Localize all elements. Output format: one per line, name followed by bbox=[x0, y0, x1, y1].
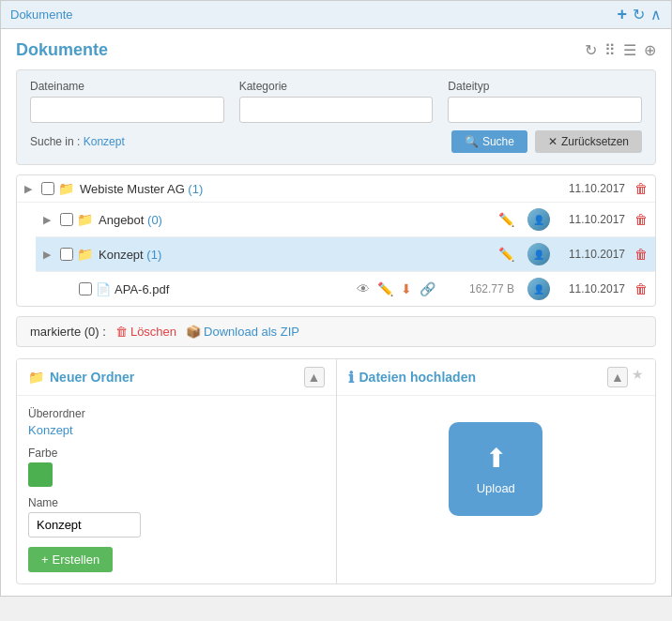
columns-icon[interactable]: ⠿ bbox=[604, 41, 616, 59]
dateityp-label: Dateityp bbox=[448, 80, 642, 93]
refresh-header-icon[interactable]: ↻ bbox=[585, 41, 597, 59]
create-button[interactable]: + Erstellen bbox=[28, 547, 113, 572]
folder-icon: 📁 bbox=[77, 212, 93, 227]
filter-row: Dateiname Kategorie Dateityp bbox=[30, 80, 642, 123]
tree-date: 11.10.2017 bbox=[559, 248, 625, 261]
panel-left-body: Überordner Konzept Farbe Name + Erstelle… bbox=[17, 396, 336, 583]
table-row: ▶ 📁 Webiste Muster AG (1) 11.10.2017 🗑 bbox=[17, 175, 655, 203]
upload-area: ⬆ Upload bbox=[348, 407, 645, 531]
download-file-icon[interactable]: ⬇ bbox=[401, 281, 412, 296]
upload-button[interactable]: ⬆ Upload bbox=[449, 422, 542, 516]
reset-button[interactable]: ✕ Zurücksetzen bbox=[535, 130, 642, 153]
row-checkbox[interactable] bbox=[41, 182, 54, 195]
tree-actions: ✏️ bbox=[498, 212, 514, 227]
name-form-row: Name bbox=[28, 496, 325, 538]
color-form-row: Farbe bbox=[28, 447, 325, 487]
zip-icon: 📦 bbox=[186, 325, 201, 339]
panel-right-header: ℹ Dateien hochladen ▲ ★ bbox=[337, 359, 656, 396]
panel-right-up-button[interactable]: ▲ bbox=[607, 367, 628, 387]
folder-new-icon: 📁 bbox=[28, 370, 44, 385]
tree-node-name: Konzept (1) bbox=[99, 248, 495, 262]
parent-form-row: Überordner Konzept bbox=[28, 407, 325, 437]
color-picker[interactable] bbox=[28, 462, 53, 487]
parent-link[interactable]: Konzept bbox=[28, 423, 73, 437]
delete-icon[interactable]: 🗑 bbox=[634, 247, 648, 262]
header-icons: ↻ ⠿ ☰ ⊕ bbox=[585, 41, 656, 59]
panel-right-body: ⬆ Upload bbox=[337, 396, 656, 542]
section-title: Dokumente bbox=[16, 40, 108, 60]
section-header: Dokumente ↻ ⠿ ☰ ⊕ bbox=[16, 40, 656, 60]
search-button[interactable]: 🔍 Suche bbox=[451, 130, 527, 153]
expander-icon[interactable]: ▶ bbox=[43, 214, 56, 226]
dateityp-field: Dateityp bbox=[448, 80, 642, 123]
refresh-icon[interactable]: ↻ bbox=[633, 6, 645, 23]
view-icon[interactable]: 👁 bbox=[357, 281, 370, 296]
upload-arrow-icon: ⬆ bbox=[485, 443, 507, 474]
star-icon[interactable]: ★ bbox=[632, 367, 644, 387]
dateityp-input[interactable] bbox=[448, 97, 642, 123]
panel-right-arrows: ▲ ★ bbox=[607, 367, 644, 387]
row-checkbox[interactable] bbox=[60, 213, 73, 226]
trash-icon: 🗑 bbox=[115, 325, 128, 339]
x-icon: ✕ bbox=[548, 135, 557, 148]
link-icon[interactable]: 🔗 bbox=[420, 281, 435, 296]
info-icon: ℹ bbox=[348, 369, 354, 386]
row-checkbox[interactable] bbox=[79, 282, 92, 295]
avatar: 👤 bbox=[527, 278, 550, 300]
file-tree: ▶ 📁 Webiste Muster AG (1) 11.10.2017 🗑 ▶… bbox=[16, 174, 656, 307]
panel-left-arrows: ▲ bbox=[304, 367, 325, 387]
main-content: Dokumente ↻ ⠿ ☰ ⊕ Dateiname Kategorie bbox=[1, 29, 671, 596]
panel-left: 📁 Neuer Ordner ▲ Überordner Konzept Farb… bbox=[17, 359, 337, 583]
avatar: 👤 bbox=[527, 208, 550, 231]
top-bar-title: Dokumente bbox=[10, 8, 72, 22]
tree-actions: ✏️ bbox=[498, 247, 514, 262]
table-row: ▶ 📁 Angebot (0) ✏️ 👤 11.10.2017 🗑 bbox=[36, 203, 655, 237]
expander-icon[interactable]: ▶ bbox=[43, 249, 56, 261]
top-bar-icons: + ↻ ∧ bbox=[617, 5, 662, 24]
panel-left-header: 📁 Neuer Ordner ▲ bbox=[17, 359, 336, 396]
tree-node-name: Webiste Muster AG (1) bbox=[80, 182, 550, 196]
kategorie-label: Kategorie bbox=[239, 80, 434, 93]
marked-bar: markierte (0) : 🗑 Löschen 📦 Download als… bbox=[16, 316, 656, 347]
table-row: ▶ 📄 APA-6.pdf 👁 ✏️ ⬇ 🔗 162.77 B 👤 11.10.… bbox=[54, 272, 655, 306]
plus-icon: + bbox=[41, 553, 49, 567]
edit-icon[interactable]: ✏️ bbox=[498, 247, 514, 262]
filter-buttons: 🔍 Suche ✕ Zurücksetzen bbox=[451, 130, 642, 153]
delete-marked-button[interactable]: 🗑 Löschen bbox=[115, 325, 176, 339]
download-zip-button[interactable]: 📦 Download als ZIP bbox=[186, 325, 299, 339]
panel-left-title: 📁 Neuer Ordner bbox=[28, 370, 134, 385]
tree-actions: 👁 ✏️ ⬇ 🔗 bbox=[357, 281, 435, 296]
bottom-panels: 📁 Neuer Ordner ▲ Überordner Konzept Farb… bbox=[16, 358, 656, 584]
expander-icon[interactable]: ▶ bbox=[24, 183, 38, 195]
tree-node-name: Angebot (0) bbox=[99, 213, 495, 227]
upload-label: Upload bbox=[477, 481, 515, 495]
folder-icon: 📁 bbox=[77, 247, 93, 262]
add-icon[interactable]: + bbox=[617, 5, 627, 24]
collapse-icon[interactable]: ∧ bbox=[650, 6, 662, 23]
panel-left-up-button[interactable]: ▲ bbox=[304, 367, 325, 387]
tree-node-name: APA-6.pdf bbox=[115, 282, 353, 296]
tree-date: 11.10.2017 bbox=[559, 282, 625, 295]
delete-icon[interactable]: 🗑 bbox=[634, 281, 648, 296]
folder-name-input[interactable] bbox=[28, 512, 141, 538]
dateiname-label: Dateiname bbox=[30, 80, 224, 93]
search-in-text: Suche in : Konzept bbox=[30, 135, 125, 148]
delete-icon[interactable]: 🗑 bbox=[634, 212, 648, 227]
name-label: Name bbox=[28, 496, 325, 509]
dateiname-input[interactable] bbox=[30, 97, 224, 123]
list-icon[interactable]: ☰ bbox=[623, 41, 636, 59]
edit-icon[interactable]: ✏️ bbox=[498, 212, 514, 227]
search-icon: 🔍 bbox=[465, 135, 479, 148]
file-icon: 📄 bbox=[96, 282, 111, 296]
filter-area: Dateiname Kategorie Dateityp Suche in : … bbox=[16, 69, 656, 165]
dateiname-field: Dateiname bbox=[30, 80, 224, 123]
search-in-link[interactable]: Konzept bbox=[84, 135, 125, 148]
edit-file-icon[interactable]: ✏️ bbox=[377, 281, 393, 296]
settings-icon[interactable]: ⊕ bbox=[644, 41, 656, 59]
panel-right-title: ℹ Dateien hochladen bbox=[348, 369, 476, 386]
kategorie-input[interactable] bbox=[239, 97, 434, 123]
color-label: Farbe bbox=[28, 447, 325, 460]
row-checkbox[interactable] bbox=[60, 248, 73, 261]
file-size: 162.77 B bbox=[449, 282, 514, 295]
delete-icon[interactable]: 🗑 bbox=[634, 181, 648, 196]
